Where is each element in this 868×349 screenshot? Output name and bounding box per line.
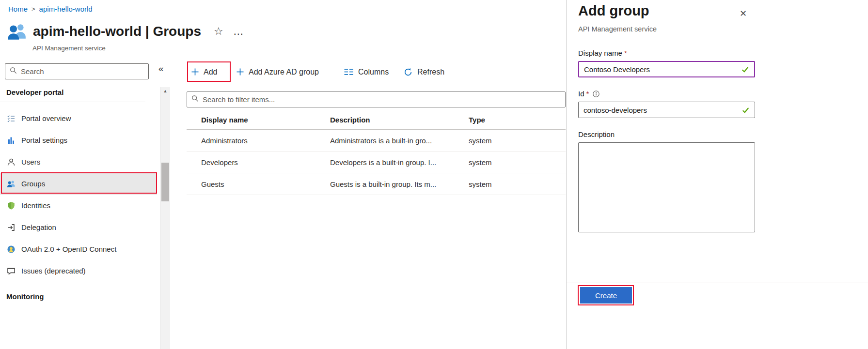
sidebar-item-label: Portal settings (21, 136, 67, 144)
sidebar-item-users[interactable]: Users (0, 151, 158, 173)
add-button-label: Add (204, 68, 217, 76)
cell-type: system (469, 137, 566, 145)
plus-icon (191, 68, 199, 76)
cell-description: Administrators is a built-in gro... (330, 137, 469, 145)
sidebar-item-label: Users (21, 158, 40, 166)
groups-icon (6, 179, 16, 188)
filter-box[interactable] (187, 91, 566, 107)
breadcrumb-separator: > (32, 5, 35, 13)
cell-display-name: Administrators (187, 137, 330, 145)
create-button[interactable]: Create (580, 287, 632, 303)
add-group-panel: Add group ✕ API Management service Displ… (566, 0, 868, 349)
sidebar-item-label: Delegation (21, 223, 56, 231)
panel-title: Add group (578, 3, 649, 19)
valid-check-icon (741, 65, 749, 74)
sidebar: Developer portal Portal overview (0, 57, 160, 349)
sidebar-item-issues[interactable]: Issues (deprecated) (0, 260, 158, 282)
cell-description: Guests is a built-in group. Its m... (330, 180, 469, 188)
id-label: Id * (578, 90, 600, 98)
sidebar-nav: Portal overview Portal settings Users (0, 107, 158, 282)
display-name-field[interactable] (578, 61, 755, 77)
sidebar-item-label: Portal overview (21, 114, 71, 122)
description-label: Description (578, 130, 615, 138)
required-marker: * (586, 90, 589, 98)
table-row-developers[interactable]: Developers Developers is a built-in grou… (187, 152, 566, 173)
breadcrumb-current-link[interactable]: apim-hello-world (39, 5, 93, 13)
add-button[interactable]: Add (191, 62, 217, 82)
cell-display-name: Guests (187, 180, 330, 188)
page-header: apim-hello-world | Groups ☆ … (7, 21, 244, 42)
description-textarea[interactable] (578, 142, 755, 232)
breadcrumb: Home > apim-hello-world (8, 5, 93, 13)
identities-shield-icon (6, 201, 16, 210)
panel-footer-divider (567, 283, 868, 283)
column-header-description[interactable]: Description (330, 116, 469, 124)
table-header-row: Display name Description Type (187, 110, 566, 130)
api-management-logo-icon (7, 21, 27, 42)
groups-table: Display name Description Type Administra… (187, 110, 566, 195)
cell-description: Developers is a built-in group. I... (330, 158, 469, 167)
sidebar-item-portal-settings[interactable]: Portal settings (0, 129, 158, 151)
oauth-badge-icon (6, 244, 16, 254)
issues-speech-bubble-icon (6, 266, 16, 275)
sidebar-item-oauth[interactable]: OAuth 2.0 + OpenID Connect (0, 238, 158, 260)
column-header-display-name[interactable]: Display name (187, 116, 330, 124)
scrollbar-up-arrow-icon[interactable]: ▲ (160, 89, 170, 93)
cell-display-name: Developers (187, 158, 330, 167)
sidebar-item-label: Identities (21, 201, 50, 210)
scrollbar-thumb[interactable] (161, 163, 169, 201)
display-name-label: Display name * (578, 49, 627, 57)
portal-overview-icon (6, 114, 16, 123)
add-azure-ad-group-label: Add Azure AD group (249, 68, 319, 76)
command-bar: Add Add Azure AD group Columns (187, 62, 565, 82)
refresh-button[interactable]: Refresh (404, 62, 444, 82)
required-marker: * (624, 49, 627, 57)
filter-input[interactable] (203, 95, 561, 104)
valid-check-icon (742, 106, 750, 114)
columns-label: Columns (358, 68, 389, 76)
cell-type: system (469, 158, 566, 167)
users-icon (6, 157, 16, 167)
refresh-label: Refresh (417, 68, 444, 76)
sidebar-item-groups[interactable]: Groups (0, 173, 157, 195)
refresh-icon (404, 68, 412, 76)
sidebar-collapse-button[interactable]: « (158, 63, 164, 74)
azure-portal-screen: Home > apim-hello-world apim-hello-world… (0, 0, 868, 349)
search-icon (191, 95, 199, 104)
sidebar-item-identities[interactable]: Identities (0, 195, 158, 216)
sidebar-search-box[interactable] (5, 63, 149, 79)
table-row-administrators[interactable]: Administrators Administrators is a built… (187, 130, 566, 152)
favorite-star-icon[interactable]: ☆ (214, 25, 223, 38)
id-label-text: Id (578, 90, 584, 98)
sidebar-search-input[interactable] (21, 67, 144, 76)
section-heading-monitoring: Monitoring (0, 292, 44, 301)
display-name-input[interactable] (584, 65, 738, 74)
sidebar-item-portal-overview[interactable]: Portal overview (0, 107, 158, 129)
display-name-label-text: Display name (578, 49, 622, 57)
breadcrumb-home-link[interactable]: Home (8, 5, 28, 13)
page-subtitle: API Management service (32, 45, 106, 52)
more-options-icon[interactable]: … (233, 25, 244, 38)
sidebar-item-delegation[interactable]: Delegation (0, 216, 158, 238)
column-header-type[interactable]: Type (469, 116, 566, 124)
columns-icon (344, 68, 353, 76)
close-icon[interactable]: ✕ (740, 8, 747, 19)
sidebar-scrollbar[interactable]: ▲ (160, 87, 170, 349)
search-icon (10, 67, 17, 76)
sidebar-item-label: Issues (deprecated) (21, 267, 86, 275)
plus-icon (237, 68, 244, 76)
delegation-icon (6, 223, 16, 232)
panel-subtitle: API Management service (578, 25, 657, 33)
sidebar-item-label: OAuth 2.0 + OpenID Connect (21, 245, 116, 253)
columns-button[interactable]: Columns (344, 62, 389, 82)
info-icon[interactable] (593, 91, 600, 97)
table-row-guests[interactable]: Guests Guests is a built-in group. Its m… (187, 173, 566, 195)
add-azure-ad-group-button[interactable]: Add Azure AD group (237, 62, 319, 82)
cell-type: system (469, 180, 566, 188)
id-field[interactable] (578, 102, 755, 118)
page-title: apim-hello-world | Groups (33, 24, 201, 39)
section-heading-developer-portal: Developer portal (0, 88, 145, 102)
sidebar-item-label: Groups (21, 180, 45, 188)
id-input[interactable] (584, 106, 739, 114)
portal-settings-icon (6, 136, 16, 145)
